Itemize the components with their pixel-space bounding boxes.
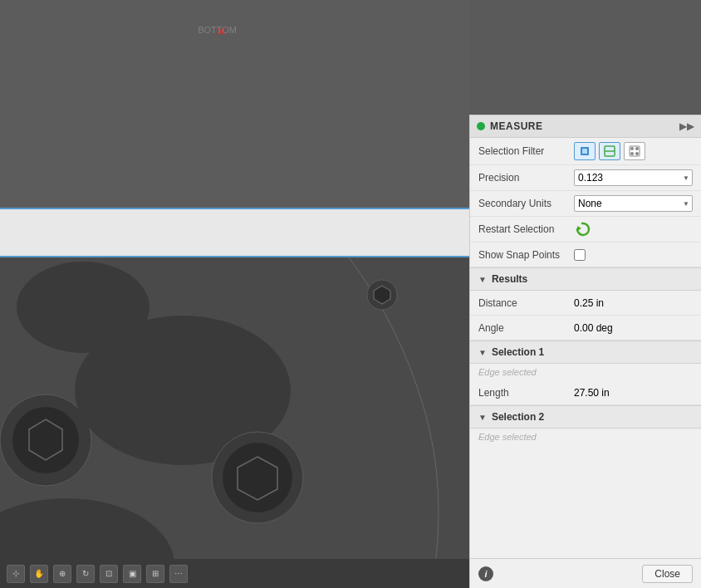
bottom-toolbar: ⊹ ✋ ⊕ ↻ ⊡ ▣ ⊞ ⋯ — [0, 559, 469, 588]
viewport: ✕ BOTTOM 0.25 in — [0, 0, 469, 588]
precision-content: 0.123 0.12 0.1 0.1234 — [574, 169, 693, 186]
edge-filter-btn[interactable] — [599, 142, 620, 160]
precision-row: Precision 0.123 0.12 0.1 0.1234 — [470, 165, 701, 191]
panel-title-group: MEASURE — [477, 120, 543, 132]
svg-point-19 — [635, 147, 639, 150]
restart-icon[interactable] — [574, 221, 591, 238]
selection2-arrow[interactable]: ▼ — [478, 413, 487, 422]
snap-points-label: Show Snap Points — [478, 249, 574, 261]
selection1-section-header: ▼ Selection 1 — [470, 341, 701, 364]
grid-icon[interactable]: ⊞ — [146, 565, 164, 583]
panel-bottom: i Close — [470, 558, 701, 588]
panel-status-dot — [477, 122, 485, 130]
selection1-title: Selection 1 — [492, 346, 544, 358]
svg-point-7 — [223, 443, 292, 512]
length-value: 27.50 in — [574, 387, 610, 399]
selection-filter-row: Selection Filter — [470, 138, 701, 165]
restart-selection-label: Restart Selection — [478, 223, 574, 235]
part-area — [0, 257, 469, 588]
section-icon[interactable]: ▣ — [123, 565, 141, 583]
cursor-icon[interactable]: ⊹ — [7, 565, 25, 583]
close-button[interactable]: Close — [642, 565, 693, 583]
watermark-text: BOTTOM — [198, 25, 237, 35]
snap-points-row: Show Snap Points — [470, 243, 701, 267]
results-section-header: ▼ Results — [470, 267, 701, 291]
distance-row: Distance 0.25 in — [470, 291, 701, 316]
pan-icon[interactable]: ✋ — [30, 565, 48, 583]
selection2-title: Selection 2 — [492, 411, 544, 423]
selection1-arrow[interactable]: ▼ — [478, 348, 487, 357]
svg-marker-22 — [577, 226, 581, 231]
info-icon[interactable]: i — [478, 566, 493, 581]
panel-header: MEASURE ▶▶ — [470, 115, 701, 138]
svg-point-21 — [635, 152, 639, 155]
length-content: 27.50 in — [574, 387, 693, 399]
precision-select-wrapper: 0.123 0.12 0.1 0.1234 — [574, 169, 693, 186]
selection-filter-label: Selection Filter — [478, 145, 574, 157]
secondary-units-select-wrapper: None mm cm m — [574, 195, 693, 212]
measure-panel: MEASURE ▶▶ Selection Filter — [469, 115, 701, 588]
length-row: Length 27.50 in — [470, 380, 701, 405]
selection-filter-icons — [574, 142, 693, 160]
more-icon[interactable]: ⋯ — [169, 565, 188, 583]
svg-rect-14 — [582, 149, 587, 154]
snap-points-content — [574, 249, 693, 261]
results-title: Results — [492, 273, 527, 285]
fit-icon[interactable]: ⊡ — [100, 565, 118, 583]
distance-value: 0.25 in — [574, 297, 604, 309]
secondary-units-select[interactable]: None mm cm m — [574, 195, 693, 212]
panel-expand-icon[interactable]: ▶▶ — [679, 120, 694, 132]
rotate-icon[interactable]: ↻ — [76, 565, 95, 583]
measure-area: 0.25 in — [0, 208, 469, 257]
zoom-icon[interactable]: ⊕ — [53, 565, 71, 583]
secondary-units-label: Secondary Units — [478, 198, 574, 209]
distance-label: Distance — [478, 297, 574, 309]
angle-content: 0.00 deg — [574, 322, 693, 334]
vertex-filter-btn[interactable] — [624, 142, 645, 160]
results-arrow[interactable]: ▼ — [478, 275, 487, 284]
svg-point-18 — [630, 147, 634, 150]
snap-points-checkbox[interactable] — [574, 249, 586, 261]
distance-content: 0.25 in — [574, 297, 693, 309]
angle-label: Angle — [478, 322, 574, 334]
restart-selection-row: Restart Selection — [470, 217, 701, 243]
length-label: Length — [478, 387, 574, 399]
selection2-section-header: ▼ Selection 2 — [470, 405, 701, 429]
selection2-subtext: Edge selected — [470, 429, 701, 445]
svg-point-20 — [630, 152, 634, 155]
svg-point-3 — [12, 407, 79, 473]
panel-title: MEASURE — [490, 120, 543, 132]
part-svg — [0, 257, 469, 588]
face-filter-btn[interactable] — [574, 142, 596, 160]
precision-select[interactable]: 0.123 0.12 0.1 0.1234 — [574, 169, 693, 186]
precision-label: Precision — [478, 172, 574, 184]
secondary-units-row: Secondary Units None mm cm m — [470, 191, 701, 217]
selection1-subtext: Edge selected — [470, 364, 701, 380]
restart-selection-content — [574, 221, 693, 238]
secondary-units-content: None mm cm m — [574, 195, 693, 212]
angle-value: 0.00 deg — [574, 322, 613, 334]
angle-row: Angle 0.00 deg — [470, 316, 701, 341]
